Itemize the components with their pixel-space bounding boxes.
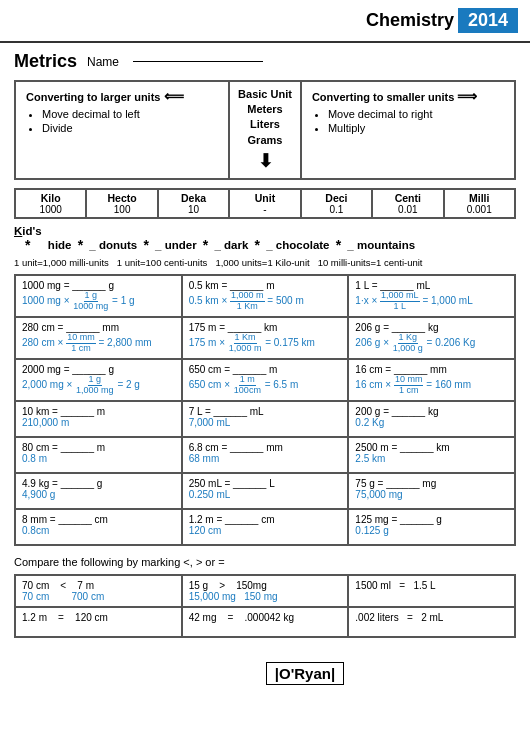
basic-unit-title: Basic Unit: [238, 88, 292, 100]
compare-title: Compare the following by marking <, > or…: [14, 556, 516, 568]
unit-centi: Centi 0.01: [372, 189, 443, 218]
math-grid: 1000 mg = ______ g 1000 mg × 1 g 1000 mg…: [14, 274, 516, 545]
math-cell-17: 250 mL = ______ L 0.250 mL: [182, 473, 349, 509]
signature-container: |O'Ryan|: [14, 652, 516, 685]
compare-cell-5: 42 mg = .000042 kg: [182, 607, 349, 637]
unit-base: Unit -: [229, 189, 300, 218]
math-cell-1: 1000 mg = ______ g 1000 mg × 1 g 1000 mg…: [15, 275, 182, 317]
math-cell-5: 175 m = ______ km 175 m × 1 Km 1,000 m =…: [182, 317, 349, 359]
compare-cell-1: 70 cm < 7 m 70 cm 700 cm: [15, 575, 182, 607]
header: Chemistry 2014: [0, 0, 530, 43]
compare-grid: 70 cm < 7 m 70 cm 700 cm 15 g > 150mg 15…: [14, 574, 516, 638]
unit-hecto: Hecto 100: [86, 189, 157, 218]
convert-row: Converting to larger units Move decimal …: [14, 80, 516, 180]
name-input-line: [133, 61, 263, 62]
math-cell-2: 0.5 km = ______ m 0.5 km × 1,000 m 1 Km …: [182, 275, 349, 317]
math-cell-9: 16 cm = ______ mm 16 cm × 10 mm 1 cm = 1…: [348, 359, 515, 401]
convert-right-title: Converting to smaller units: [312, 88, 504, 104]
math-cell-3: 1 L = ______ mL 1·x × 1,000 mL 1 L = 1,0…: [348, 275, 515, 317]
convert-left-box: Converting to larger units Move decimal …: [15, 81, 229, 179]
header-title: Chemistry: [366, 10, 454, 31]
main-content: Metrics Name Converting to larger units …: [0, 43, 530, 693]
math-cell-20: 1.2 m = ______ cm 120 cm: [182, 509, 349, 545]
header-year: 2014: [458, 8, 518, 33]
right-arrow-icon: [457, 91, 477, 103]
compare-cell-4: 1.2 m = 120 cm: [15, 607, 182, 637]
compare-cell-6: .002 liters = 2 mL: [348, 607, 515, 637]
math-cell-18: 75 g = ______ mg 75,000 mg: [348, 473, 515, 509]
convert-left-title: Converting to larger units: [26, 88, 218, 104]
math-cell-7: 2000 mg = ______ g 2,000 mg × 1 g 1,000 …: [15, 359, 182, 401]
convert-right-item-1: Move decimal to right: [328, 108, 504, 120]
math-cell-14: 6.8 cm = ______ mm 68 mm: [182, 437, 349, 473]
math-cell-21: 125 mg = ______ g 0.125 g: [348, 509, 515, 545]
convert-right-list: Move decimal to right Multiply: [312, 108, 504, 134]
convert-right-box: Converting to smaller units Move decimal…: [301, 81, 515, 179]
convert-left-list: Move decimal to left Divide: [26, 108, 218, 134]
math-cell-11: 7 L = ______ mL 7,000 mL: [182, 401, 349, 437]
math-cell-15: 2500 m = ______ km 2.5 km: [348, 437, 515, 473]
units-ref: 1 unit=1,000 milli-units 1 unit=100 cent…: [14, 257, 516, 268]
math-cell-6: 206 g = ______ kg 206 g × 1 Kg 1,000 g =…: [348, 317, 515, 359]
left-arrow-icon: [164, 91, 184, 103]
math-cell-4: 280 cm = ______ mm 280 cm × 10 mm 1 cm =…: [15, 317, 182, 359]
mnemonic-row: Kid's * hide * _ donuts * _ under * _ da…: [14, 225, 516, 253]
unit-deka: Deka 10: [158, 189, 229, 218]
title-row: Metrics Name: [14, 51, 516, 72]
math-cell-8: 650 cm = ______ m 650 cm × 1 m 100cm = 6…: [182, 359, 349, 401]
math-cell-10: 10 km = ______ m 210,000 m: [15, 401, 182, 437]
down-arrow-icon: ⬇: [258, 150, 273, 172]
convert-left-item-2: Divide: [42, 122, 218, 134]
unit-milli: Milli 0.001: [444, 189, 515, 218]
basic-unit-items: MetersLitersGrams: [247, 102, 282, 148]
math-cell-12: 200 g = ______ kg 0.2 Kg: [348, 401, 515, 437]
name-label: Name: [87, 55, 119, 69]
unit-deci: Deci 0.1: [301, 189, 372, 218]
unit-scale: Kilo 1000 Hecto 100 Deka 10 Unit - Deci …: [14, 188, 516, 219]
page-title: Metrics: [14, 51, 77, 72]
unit-kilo: Kilo 1000: [15, 189, 86, 218]
math-cell-16: 4.9 kg = ______ g 4,900 g: [15, 473, 182, 509]
mnemonic-kids: Kid's *: [14, 225, 42, 253]
compare-cell-3: 1500 ml = 1.5 L: [348, 575, 515, 607]
compare-cell-2: 15 g > 150mg 15,000 mg 150 mg: [182, 575, 349, 607]
math-cell-19: 8 mm = ______ cm 0.8cm: [15, 509, 182, 545]
basic-unit-box: Basic Unit MetersLitersGrams ⬇: [229, 81, 301, 179]
convert-right-item-2: Multiply: [328, 122, 504, 134]
signature: |O'Ryan|: [266, 662, 344, 685]
math-cell-13: 80 cm = ______ m 0.8 m: [15, 437, 182, 473]
convert-left-item-1: Move decimal to left: [42, 108, 218, 120]
